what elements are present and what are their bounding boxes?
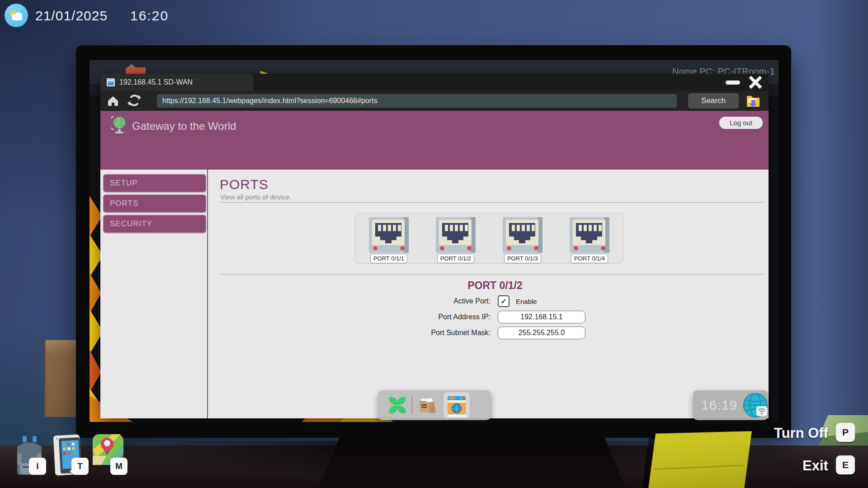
taskbar-active-app[interactable] <box>443 392 470 418</box>
webpage-content: Gateway to the World Log out SETUP PORTS… <box>100 111 769 418</box>
port-card[interactable]: PORT 0/1/4 <box>568 217 611 263</box>
page-header: Gateway to the World Log out <box>100 111 769 170</box>
port-label: PORT 0/1/2 <box>437 254 474 263</box>
active-app-indicator <box>448 415 466 417</box>
ethernet-port-icon <box>436 217 476 253</box>
divider <box>220 202 763 203</box>
sidebar-item-setup[interactable]: SETUP <box>103 174 206 192</box>
inventory-keycap[interactable]: I <box>29 458 46 475</box>
weather-icon <box>5 4 28 27</box>
active-port-label: Active Port: <box>368 297 498 305</box>
ip-label: Port Address IP: <box>368 313 498 321</box>
enable-checkbox[interactable]: ✓ <box>498 295 509 307</box>
virtual-screen: Nome PC: PC-ITRoom-1 192.168.45.1 SD-WAN <box>90 60 778 422</box>
globe-logo-icon <box>111 115 127 133</box>
taskbar <box>378 390 491 420</box>
port-card[interactable]: PORT 0/1/2 <box>434 217 477 263</box>
page-subtitle: View all ports of device. <box>220 193 291 201</box>
sun-cloud-icon <box>8 9 24 22</box>
port-detail-title: PORT 0/1/2 <box>368 280 622 292</box>
port-label: PORT 0/1/1 <box>370 254 407 263</box>
tab-title: 192.168.45.1 SD-WAN <box>119 78 193 86</box>
ports-container: PORT 0/1/1 <box>355 213 623 264</box>
ethernet-port-icon <box>369 217 409 253</box>
tab-favicon <box>107 78 115 86</box>
start-clover-icon[interactable] <box>388 396 407 415</box>
browser-tab[interactable]: 192.168.45.1 SD-WAN <box>100 74 253 91</box>
game-scene: Nome PC: PC-ITRoom-1 192.168.45.1 SD-WAN <box>0 0 868 488</box>
main-panel: PORTS View all ports of device. <box>209 170 769 418</box>
port-card[interactable]: PORT 0/1/3 <box>501 217 544 263</box>
exit-keycap[interactable]: E <box>836 455 855 474</box>
taskbar-divider <box>411 396 413 414</box>
exit-label: Exit <box>802 458 828 474</box>
cardboard-box <box>44 340 80 417</box>
mask-row: Port Subnet Mask: <box>368 327 622 339</box>
search-button[interactable]: Search <box>688 93 739 109</box>
network-globe-icon[interactable] <box>743 393 768 418</box>
turn-off-keycap[interactable]: P <box>836 423 855 442</box>
ip-row: Port Address IP: <box>368 311 622 323</box>
wall-right-shade <box>814 0 868 488</box>
port-card[interactable]: PORT 0/1/1 <box>368 217 410 263</box>
browser-window: 192.168.45.1 SD-WAN ht <box>100 74 769 418</box>
monitor-stand <box>318 437 626 488</box>
mask-input[interactable] <box>498 327 585 339</box>
home-icon[interactable] <box>107 95 119 107</box>
refresh-icon[interactable] <box>127 94 141 107</box>
sidebar-item-ports[interactable]: PORTS <box>103 194 206 213</box>
url-field[interactable]: https://192.168.45.1/webpages/index.html… <box>157 94 677 108</box>
hud-date: 21/01/2025 <box>35 8 108 24</box>
taskbar-clock-area: 16:19 <box>693 390 768 420</box>
browser-app-icon <box>448 396 466 414</box>
taskbar-clock: 16:19 <box>701 398 737 413</box>
port-label: PORT 0/1/4 <box>571 254 608 263</box>
site-brand: Gateway to the World <box>132 120 236 133</box>
sticky-note-crease <box>654 465 745 470</box>
divider <box>220 274 763 275</box>
downloads-folder-icon[interactable] <box>746 94 760 108</box>
minimize-icon[interactable] <box>726 81 740 85</box>
active-port-row: Active Port: ✓ Enable <box>368 295 622 308</box>
tablet-keycap[interactable]: T <box>71 458 89 475</box>
close-icon[interactable] <box>749 76 762 89</box>
map-keycap[interactable]: M <box>110 458 127 475</box>
sticky-note <box>648 431 752 488</box>
ethernet-port-icon <box>503 217 542 253</box>
ip-input[interactable] <box>498 311 585 323</box>
turn-off-label: Turn Off <box>774 425 828 441</box>
file-explorer-icon[interactable] <box>419 398 436 413</box>
port-label: PORT 0/1/3 <box>504 254 541 263</box>
sidebar-item-security[interactable]: SECURITY <box>103 215 206 233</box>
hud-time: 16:20 <box>130 8 169 24</box>
logout-button[interactable]: Log out <box>719 117 763 129</box>
port-detail-form: PORT 0/1/2 Active Port: ✓ Enable Port Ad… <box>368 280 622 339</box>
page-title: PORTS <box>220 177 269 192</box>
sidebar: SETUP PORTS SECURITY <box>100 170 208 418</box>
ethernet-port-icon <box>570 217 609 253</box>
enable-label: Enable <box>516 298 537 305</box>
browser-tabbar: 192.168.45.1 SD-WAN <box>100 74 769 91</box>
check-icon: ✓ <box>500 297 506 306</box>
mask-label: Port Subnet Mask: <box>368 329 498 337</box>
